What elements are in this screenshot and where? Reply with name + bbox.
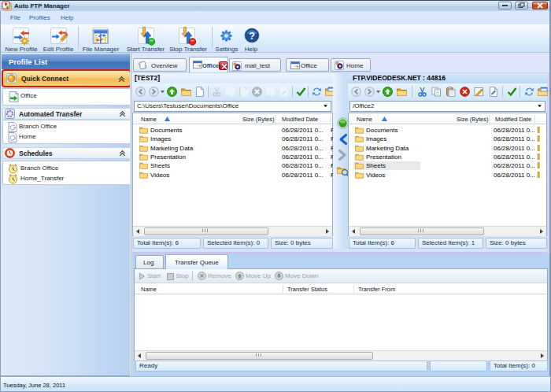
svg-text:?: ? <box>249 31 255 42</box>
